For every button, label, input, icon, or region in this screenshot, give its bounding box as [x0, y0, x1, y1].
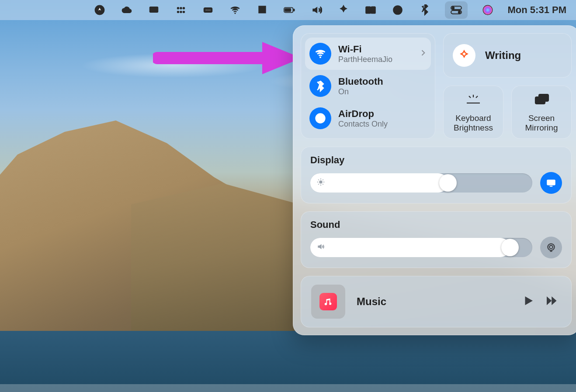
svg-line-32	[469, 96, 471, 98]
svg-line-33	[476, 96, 478, 98]
display-menu-icon[interactable]	[255, 3, 269, 17]
wifi-network-name: ParthHeemaJio	[338, 55, 392, 64]
sidecar-menu-icon[interactable]	[364, 3, 378, 17]
focus-menu-icon[interactable]	[337, 3, 350, 17]
app-status-icon-2[interactable]	[174, 3, 188, 17]
sound-slider-knob[interactable]	[501, 239, 519, 256]
airdrop-status: Contacts Only	[338, 120, 388, 129]
desktop: Mon 5:31 PM Wi-Fi ParthHeemaJio	[0, 0, 576, 392]
focus-button[interactable]: Writing	[443, 33, 572, 78]
connectivity-card: Wi-Fi ParthHeemaJio Bluetooth On	[301, 33, 435, 139]
menu-bar-clock[interactable]: Mon 5:31 PM	[508, 4, 566, 16]
display-settings-button[interactable]	[540, 172, 562, 194]
svg-line-43	[323, 184, 323, 185]
music-title: Music	[357, 296, 510, 308]
battery-icon[interactable]	[282, 3, 296, 17]
svg-point-48	[548, 244, 554, 250]
svg-point-49	[549, 245, 553, 249]
svg-point-24	[483, 5, 493, 15]
music-card[interactable]: Music	[301, 276, 572, 327]
airdrop-icon	[309, 107, 331, 129]
control-center-panel: Wi-Fi ParthHeemaJio Bluetooth On	[293, 25, 576, 335]
chevron-right-icon[interactable]	[419, 48, 427, 59]
wifi-toggle[interactable]: Wi-Fi ParthHeemaJio	[305, 38, 431, 70]
bluetooth-icon	[309, 75, 331, 97]
location-icon[interactable]	[93, 3, 107, 17]
screen-mirroring-button[interactable]: ScreenMirroring	[511, 86, 572, 139]
screen-mirroring-label: ScreenMirroring	[525, 113, 558, 133]
svg-point-5	[177, 11, 179, 13]
svg-point-4	[183, 7, 184, 9]
svg-point-21	[452, 7, 454, 9]
display-label: Display	[310, 155, 562, 166]
keyboard-indicator-icon[interactable]	[201, 3, 215, 17]
keyboard-brightness-label: KeyboardBrightness	[454, 113, 493, 133]
focus-label: Writing	[485, 49, 521, 62]
svg-line-42	[318, 179, 319, 180]
siri-icon[interactable]	[481, 3, 495, 17]
svg-rect-47	[550, 186, 553, 187]
wifi-title: Wi-Fi	[338, 44, 392, 55]
sound-slider-fill	[310, 238, 510, 257]
svg-point-27	[319, 56, 321, 58]
bluetooth-menu-icon[interactable]	[418, 3, 432, 17]
svg-point-12	[234, 13, 236, 14]
password-manager-icon[interactable]	[391, 3, 405, 17]
svg-point-7	[183, 11, 184, 13]
bluetooth-title: Bluetooth	[338, 76, 383, 87]
svg-rect-17	[371, 7, 375, 13]
svg-rect-15	[293, 9, 295, 11]
screen-mirroring-icon	[534, 92, 549, 109]
svg-point-30	[316, 114, 325, 123]
keyboard-brightness-button[interactable]: KeyboardBrightness	[443, 86, 503, 139]
wifi-menu-icon[interactable]	[228, 3, 242, 17]
svg-rect-14	[285, 8, 291, 11]
svg-point-37	[319, 181, 323, 184]
bluetooth-status: On	[338, 87, 383, 96]
next-track-button[interactable]	[545, 294, 558, 309]
airdrop-toggle[interactable]: AirDrop Contacts Only	[305, 102, 431, 134]
menu-bar: Mon 5:31 PM	[0, 0, 576, 20]
wallpaper-water	[0, 331, 576, 392]
display-brightness-slider[interactable]	[310, 173, 532, 193]
cloud-icon[interactable]	[120, 3, 134, 17]
svg-point-11	[209, 10, 210, 11]
play-button[interactable]	[522, 294, 535, 309]
svg-point-2	[177, 7, 179, 9]
svg-rect-16	[366, 7, 371, 13]
svg-rect-1	[149, 7, 158, 12]
brightness-low-icon	[316, 178, 325, 188]
display-slider-fill	[310, 173, 448, 193]
airplay-audio-button[interactable]	[540, 237, 562, 258]
focus-writing-icon	[453, 44, 475, 67]
app-status-icon-1[interactable]	[147, 3, 161, 17]
sound-volume-slider[interactable]	[310, 238, 532, 257]
airdrop-title: AirDrop	[338, 108, 388, 120]
sound-label: Sound	[310, 219, 562, 230]
svg-point-6	[180, 11, 181, 13]
keyboard-brightness-icon	[465, 92, 481, 109]
svg-rect-36	[539, 94, 548, 101]
svg-point-10	[207, 10, 208, 11]
music-artwork	[311, 285, 345, 319]
sound-card: Sound	[301, 211, 572, 268]
svg-line-45	[318, 184, 319, 185]
bluetooth-toggle[interactable]: Bluetooth On	[305, 70, 431, 102]
display-card: Display	[301, 147, 572, 203]
volume-menu-icon[interactable]	[309, 3, 323, 17]
svg-line-44	[323, 179, 323, 180]
wifi-icon	[309, 43, 331, 65]
music-app-icon	[319, 293, 337, 310]
svg-point-23	[458, 11, 460, 13]
control-center-menu-icon[interactable]	[445, 1, 468, 19]
display-slider-knob[interactable]	[439, 174, 457, 192]
svg-point-3	[180, 7, 181, 9]
speaker-icon	[316, 242, 325, 253]
svg-point-9	[205, 10, 207, 11]
svg-rect-46	[547, 179, 555, 185]
